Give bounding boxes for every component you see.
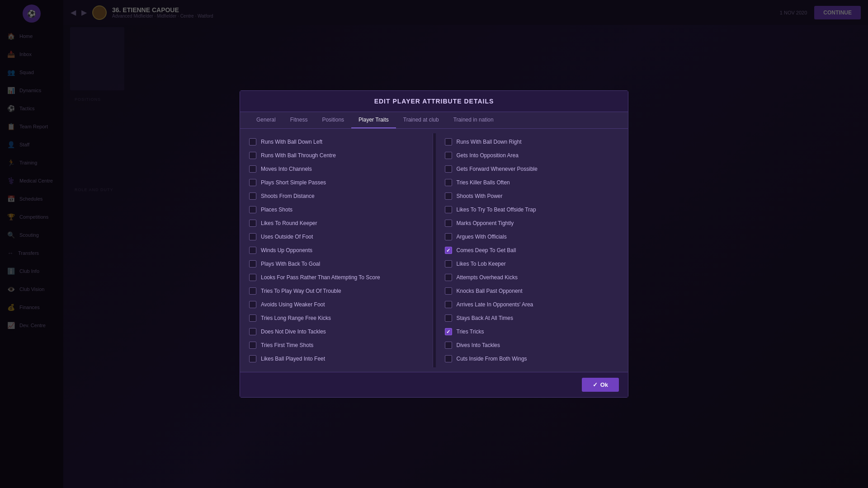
trait-checkbox-stays-back-at-all-times[interactable] <box>445 314 452 322</box>
trait-item-stays-back-at-all-times[interactable]: Stays Back At All Times <box>443 311 621 325</box>
trait-item-does-not-dive-into-tackles[interactable]: Does Not Dive Into Tackles <box>247 325 425 338</box>
trait-checkbox-does-not-dive-into-tackles[interactable] <box>249 328 256 335</box>
trait-checkbox-likes-to-lob-keeper[interactable] <box>445 260 452 267</box>
trait-checkbox-plays-short-simple-passes[interactable] <box>249 179 256 186</box>
trait-checkbox-comes-deep-to-get-ball[interactable] <box>445 247 452 254</box>
trait-checkbox-likes-to-round-keeper[interactable] <box>249 220 256 227</box>
tab-player-traits[interactable]: Player Traits <box>351 112 396 128</box>
trait-item-likes-to-lob-keeper[interactable]: Likes To Lob Keeper <box>443 257 621 271</box>
tab-trained-in-nation[interactable]: Trained in nation <box>446 112 501 128</box>
tab-general[interactable]: General <box>249 112 283 128</box>
trait-label-moves-into-channels: Moves Into Channels <box>261 166 312 172</box>
trait-checkbox-gets-forward-whenever-possible[interactable] <box>445 165 452 173</box>
trait-item-uses-outside-of-foot[interactable]: Uses Outside Of Foot <box>247 230 425 244</box>
trait-item-places-shots[interactable]: Places Shots <box>247 203 425 216</box>
trait-checkbox-dives-into-tackles[interactable] <box>445 342 452 349</box>
trait-item-likes-ball-played-into-feet[interactable]: Likes Ball Played Into Feet <box>247 352 425 366</box>
trait-label-winds-up-opponents: Winds Up Opponents <box>261 247 312 253</box>
trait-item-likes-to-beat-man-repeatedly[interactable]: Likes To Beat Man Repeatedly <box>247 366 425 367</box>
trait-item-shoots-from-distance[interactable]: Shoots From Distance <box>247 189 425 203</box>
trait-checkbox-gets-into-opposition-area[interactable] <box>445 152 452 159</box>
trait-item-arrives-late-in-opponents-area[interactable]: Arrives Late In Opponents' Area <box>443 298 621 311</box>
trait-checkbox-likes-to-try-beat-offside-trap[interactable] <box>445 206 452 213</box>
trait-checkbox-argues-with-officials[interactable] <box>445 233 452 240</box>
trait-checkbox-shoots-with-power[interactable] <box>445 192 452 200</box>
dialog-header: EDIT PLAYER ATTRIBUTE DETAILS <box>240 91 628 112</box>
trait-item-argues-with-officials[interactable]: Argues With Officials <box>443 230 621 244</box>
trait-checkbox-likes-ball-played-into-feet[interactable] <box>249 355 256 362</box>
trait-item-tries-killer-balls-often[interactable]: Tries Killer Balls Often <box>443 176 621 189</box>
traits-right-column: Runs With Ball Down RightGets Into Oppos… <box>436 133 628 367</box>
trait-item-gets-into-opposition-area[interactable]: Gets Into Opposition Area <box>443 149 621 162</box>
trait-label-avoids-using-weaker-foot: Avoids Using Weaker Foot <box>261 301 325 308</box>
trait-item-runs-ball-down-left[interactable]: Runs With Ball Down Left <box>247 135 425 149</box>
trait-label-gets-into-opposition-area: Gets Into Opposition Area <box>457 152 519 159</box>
tab-fitness[interactable]: Fitness <box>283 112 315 128</box>
trait-item-likes-to-round-keeper[interactable]: Likes To Round Keeper <box>247 216 425 230</box>
trait-checkbox-arrives-late-in-opponents-area[interactable] <box>445 301 452 308</box>
ok-button[interactable]: ✓ Ok <box>582 378 619 392</box>
trait-label-marks-opponent-tightly: Marks Opponent Tightly <box>457 220 514 226</box>
trait-label-likes-to-lob-keeper: Likes To Lob Keeper <box>457 261 506 267</box>
trait-checkbox-runs-ball-down-right[interactable] <box>445 138 452 145</box>
trait-checkbox-tries-first-time-shots[interactable] <box>249 342 256 349</box>
trait-checkbox-attempts-overhead-kicks[interactable] <box>445 274 452 281</box>
trait-item-plays-short-simple-passes[interactable]: Plays Short Simple Passes <box>247 176 425 189</box>
trait-label-attempts-overhead-kicks: Attempts Overhead Kicks <box>457 274 518 281</box>
dialog-content: Runs With Ball Down LeftRuns With Ball T… <box>240 129 628 372</box>
trait-label-likes-to-try-beat-offside-trap: Likes To Try To Beat Offside Trap <box>457 206 536 213</box>
tab-positions[interactable]: Positions <box>315 112 351 128</box>
trait-label-shoots-with-power: Shoots With Power <box>457 193 503 199</box>
trait-label-knocks-ball-past-opponent: Knocks Ball Past Opponent <box>457 288 523 294</box>
trait-checkbox-shoots-from-distance[interactable] <box>249 192 256 200</box>
trait-item-gets-crowd-going[interactable]: Gets Crowd Going <box>443 366 621 367</box>
trait-label-runs-ball-through-centre: Runs With Ball Through Centre <box>261 152 336 159</box>
trait-item-likes-to-try-beat-offside-trap[interactable]: Likes To Try To Beat Offside Trap <box>443 203 621 216</box>
trait-item-attempts-overhead-kicks[interactable]: Attempts Overhead Kicks <box>443 271 621 284</box>
trait-item-cuts-inside-from-both-wings[interactable]: Cuts Inside From Both Wings <box>443 352 621 366</box>
trait-label-does-not-dive-into-tackles: Does Not Dive Into Tackles <box>261 328 326 335</box>
trait-item-tries-long-range-free-kicks[interactable]: Tries Long Range Free Kicks <box>247 311 425 325</box>
trait-item-marks-opponent-tightly[interactable]: Marks Opponent Tightly <box>443 216 621 230</box>
trait-checkbox-marks-opponent-tightly[interactable] <box>445 220 452 227</box>
trait-checkbox-moves-into-channels[interactable] <box>249 165 256 173</box>
trait-checkbox-avoids-using-weaker-foot[interactable] <box>249 301 256 308</box>
trait-item-runs-ball-through-centre[interactable]: Runs With Ball Through Centre <box>247 149 425 162</box>
trait-item-looks-for-pass-rather-than-score[interactable]: Looks For Pass Rather Than Attempting To… <box>247 271 425 284</box>
trait-checkbox-plays-with-back-to-goal[interactable] <box>249 260 256 267</box>
trait-item-tries-to-play-way-out-of-trouble[interactable]: Tries To Play Way Out Of Trouble <box>247 284 425 298</box>
trait-item-avoids-using-weaker-foot[interactable]: Avoids Using Weaker Foot <box>247 298 425 311</box>
trait-label-runs-ball-down-right: Runs With Ball Down Right <box>457 139 522 145</box>
trait-checkbox-places-shots[interactable] <box>249 206 256 213</box>
trait-checkbox-looks-for-pass-rather-than-score[interactable] <box>249 274 256 281</box>
trait-label-likes-ball-played-into-feet: Likes Ball Played Into Feet <box>261 356 325 362</box>
trait-item-dives-into-tackles[interactable]: Dives Into Tackles <box>443 338 621 352</box>
trait-label-tries-long-range-free-kicks: Tries Long Range Free Kicks <box>261 315 331 321</box>
trait-item-moves-into-channels[interactable]: Moves Into Channels <box>247 162 425 176</box>
trait-checkbox-tries-killer-balls-often[interactable] <box>445 179 452 186</box>
trait-item-shoots-with-power[interactable]: Shoots With Power <box>443 189 621 203</box>
trait-label-uses-outside-of-foot: Uses Outside Of Foot <box>261 234 313 240</box>
tab-trained-at-club[interactable]: Trained at club <box>396 112 446 128</box>
trait-label-tries-to-play-way-out-of-trouble: Tries To Play Way Out Of Trouble <box>261 288 341 294</box>
trait-checkbox-runs-ball-through-centre[interactable] <box>249 152 256 159</box>
trait-checkbox-winds-up-opponents[interactable] <box>249 247 256 254</box>
trait-item-plays-with-back-to-goal[interactable]: Plays With Back To Goal <box>247 257 425 271</box>
trait-label-plays-with-back-to-goal: Plays With Back To Goal <box>261 261 320 267</box>
trait-checkbox-tries-long-range-free-kicks[interactable] <box>249 314 256 322</box>
trait-checkbox-tries-to-play-way-out-of-trouble[interactable] <box>249 287 256 295</box>
trait-checkbox-tries-tricks[interactable] <box>445 328 452 335</box>
trait-item-knocks-ball-past-opponent[interactable]: Knocks Ball Past Opponent <box>443 284 621 298</box>
dialog-title: EDIT PLAYER ATTRIBUTE DETAILS <box>374 98 494 105</box>
trait-checkbox-uses-outside-of-foot[interactable] <box>249 233 256 240</box>
trait-checkbox-cuts-inside-from-both-wings[interactable] <box>445 355 452 362</box>
trait-item-tries-first-time-shots[interactable]: Tries First Time Shots <box>247 338 425 352</box>
trait-item-winds-up-opponents[interactable]: Winds Up Opponents <box>247 244 425 257</box>
trait-checkbox-knocks-ball-past-opponent[interactable] <box>445 287 452 295</box>
trait-item-gets-forward-whenever-possible[interactable]: Gets Forward Whenever Possible <box>443 162 621 176</box>
trait-item-comes-deep-to-get-ball[interactable]: Comes Deep To Get Ball <box>443 244 621 257</box>
trait-label-runs-ball-down-left: Runs With Ball Down Left <box>261 139 322 145</box>
trait-item-tries-tricks[interactable]: Tries Tricks <box>443 325 621 338</box>
trait-item-runs-ball-down-right[interactable]: Runs With Ball Down Right <box>443 135 621 149</box>
trait-checkbox-runs-ball-down-left[interactable] <box>249 138 256 145</box>
